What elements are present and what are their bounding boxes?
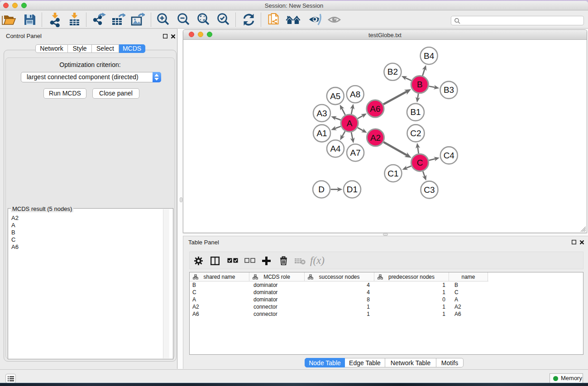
svg-text:B1: B1 (410, 107, 421, 117)
svg-text:D1: D1 (347, 185, 358, 194)
svg-text:A2: A2 (370, 133, 381, 143)
svg-text:C2: C2 (410, 129, 421, 138)
svg-text:C4: C4 (444, 151, 455, 160)
svg-text:B4: B4 (424, 51, 435, 61)
svg-text:A1: A1 (316, 129, 327, 138)
svg-text:B2: B2 (387, 67, 398, 76)
svg-text:C3: C3 (424, 185, 435, 195)
svg-text:A7: A7 (350, 148, 360, 157)
svg-text:A8: A8 (350, 90, 360, 99)
svg-text:B: B (417, 80, 423, 89)
svg-text:A6: A6 (370, 104, 380, 114)
svg-text:D: D (318, 185, 325, 194)
svg-text:B3: B3 (444, 85, 454, 95)
svg-text:C1: C1 (387, 169, 398, 178)
svg-text:C: C (417, 158, 423, 167)
svg-text:A: A (347, 119, 353, 128)
svg-text:A3: A3 (316, 109, 327, 118)
svg-text:A5: A5 (330, 91, 340, 101)
svg-text:A4: A4 (330, 144, 341, 153)
